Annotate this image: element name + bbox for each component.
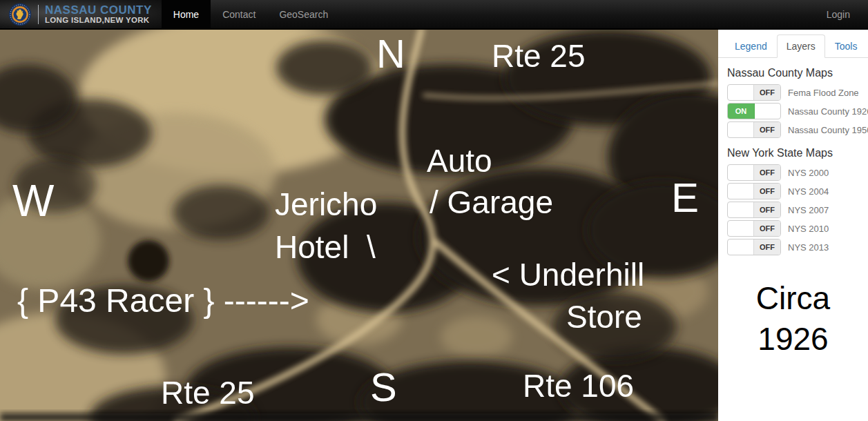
toggle-state-label: OFF	[753, 239, 780, 255]
layer-row-nys-2007: OFF NYS 2007	[727, 202, 868, 218]
toggle-state-label: ON	[728, 104, 755, 119]
map-label-garage: / Garage	[430, 186, 553, 218]
section-heading-nassau-county-maps: Nassau County Maps	[727, 67, 868, 79]
layer-label: Fema Flood Zone	[788, 88, 859, 98]
toggle-fema-flood-zone[interactable]: OFF	[727, 84, 781, 101]
toggle-state-label: OFF	[753, 221, 780, 236]
toggle-nys-2010[interactable]: OFF	[727, 220, 781, 237]
layer-row-nys-2004: OFF NYS 2004	[727, 183, 868, 199]
map-label-rte106: Rte 106	[523, 370, 634, 402]
layer-label: NYS 2000	[788, 168, 829, 178]
map-label-underhill: < Underhill	[492, 259, 644, 291]
layer-label: NYS 2004	[788, 186, 829, 197]
map-label-hotel: Hotel \	[275, 231, 376, 263]
toggle-state-label: OFF	[753, 85, 780, 100]
map-label-west: W	[12, 179, 54, 223]
nav-item-geosearch[interactable]: GeoSearch	[267, 0, 340, 28]
toggle-nys-2013[interactable]: OFF	[727, 239, 781, 255]
top-navbar: NASSAU COUNTY LONG ISLAND,NEW YORK Home …	[0, 0, 868, 30]
nassau-county-seal-icon	[8, 3, 32, 26]
nav-item-home[interactable]: Home	[162, 0, 211, 28]
map-viewport[interactable]: N Rte 25 W E Jericho Hotel \ Auto / Gara…	[0, 30, 718, 421]
layers-panel: Legend Layers Tools Nassau County Maps O…	[718, 30, 868, 421]
toggle-state-label: OFF	[753, 184, 780, 199]
map-label-rte25-bottom: Rte 25	[161, 377, 255, 409]
brand-separator	[38, 5, 39, 24]
tab-tools[interactable]: Tools	[825, 35, 867, 58]
layer-row-nys-2013: OFF NYS 2013	[727, 239, 868, 255]
layer-row-nassau-county-1926: ON Nassau County 1926	[727, 103, 868, 119]
toggle-state-label: OFF	[753, 202, 780, 217]
layer-label: NYS 2013	[788, 242, 829, 253]
layer-label: Nassau County 1926	[788, 106, 868, 117]
toggle-nys-2004[interactable]: OFF	[727, 183, 781, 199]
tab-legend[interactable]: Legend	[725, 35, 777, 58]
map-label-store: Store	[566, 301, 642, 333]
toggle-nassau-county-1950[interactable]: OFF	[727, 121, 781, 138]
map-label-east: E	[671, 177, 699, 219]
layer-label: Nassau County 1950	[788, 125, 868, 135]
toggle-state-label: OFF	[753, 122, 780, 137]
nav-item-contact[interactable]: Contact	[211, 0, 267, 28]
circa-caption-line1: Circa	[718, 278, 868, 319]
login-button[interactable]: Login	[809, 0, 868, 28]
section-heading-nys-maps: New York State Maps	[727, 147, 868, 159]
toggle-nys-2000[interactable]: OFF	[727, 164, 781, 181]
map-label-auto: Auto	[427, 145, 492, 177]
toggle-nassau-county-1926[interactable]: ON	[727, 103, 781, 119]
tab-layers[interactable]: Layers	[777, 35, 825, 58]
map-label-north: N	[376, 34, 405, 74]
brand-subtitle: LONG ISLAND,NEW YORK	[45, 16, 152, 24]
layer-row-nys-2000: OFF NYS 2000	[727, 164, 868, 181]
circa-caption: Circa 1926	[718, 278, 868, 360]
map-label-rte25-top: Rte 25	[492, 40, 586, 72]
circa-caption-line2: 1926	[718, 319, 868, 360]
map-label-p43-racer: { P43 Racer } ------>	[17, 284, 309, 317]
panel-tabs: Legend Layers Tools	[718, 30, 868, 58]
layer-row-nassau-county-1950: OFF Nassau County 1950	[727, 121, 868, 138]
map-label-south: S	[370, 367, 397, 407]
brand[interactable]: NASSAU COUNTY LONG ISLAND,NEW YORK	[0, 0, 162, 28]
map-label-jericho: Jericho	[275, 188, 377, 220]
toggle-nys-2007[interactable]: OFF	[727, 202, 781, 218]
brand-title: NASSAU COUNTY	[45, 4, 152, 17]
layer-row-fema-flood-zone: OFF Fema Flood Zone	[727, 84, 868, 101]
layer-label: NYS 2007	[788, 205, 829, 215]
aerial-photo-1926	[0, 30, 718, 421]
layer-row-nys-2010: OFF NYS 2010	[727, 220, 868, 237]
toggle-state-label: OFF	[753, 165, 780, 180]
nav-menu: Home Contact GeoSearch	[162, 0, 340, 28]
layer-label: NYS 2010	[788, 224, 829, 234]
